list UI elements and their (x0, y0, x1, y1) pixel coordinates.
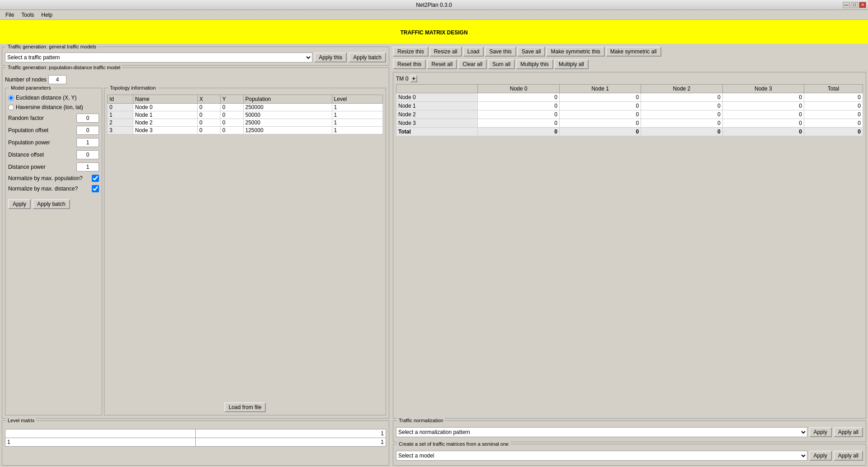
clear-all-button[interactable]: Clear all (458, 59, 487, 69)
random-factor-input[interactable] (76, 114, 99, 123)
seminal-model-select[interactable]: Select a model (396, 451, 807, 461)
table-row: Node 000000 (396, 93, 863, 102)
topology-title: Topology information (108, 85, 158, 91)
make-sym-this-button[interactable]: Make symmetric this (546, 47, 604, 57)
num-nodes-input[interactable] (48, 75, 66, 84)
right-panel: Resize this Resize all Load Save this Sa… (391, 45, 868, 467)
pop-offset-label: Population offset (8, 127, 48, 133)
btn-row-1: Resize this Resize all Load Save this Sa… (393, 47, 866, 57)
resize-all-button[interactable]: Resize all (429, 47, 462, 57)
level-cell-11: 1 (196, 438, 386, 446)
multiply-all-button[interactable]: Multiply all (554, 59, 589, 69)
norm-pop-checkbox[interactable] (92, 175, 99, 182)
norm-apply-all-button[interactable]: Apply all (834, 427, 863, 437)
euclidean-row: Euclidean distance (X, Y) (8, 95, 99, 101)
random-factor-row: Random factor (8, 114, 99, 123)
norm-dist-checkbox[interactable] (92, 185, 99, 192)
seminal-group: Create a set of traffic matrices from a … (393, 444, 866, 466)
seminal-apply-all-button[interactable]: Apply all (834, 451, 863, 461)
pop-offset-input[interactable] (76, 126, 99, 135)
close-button[interactable]: ✕ (859, 2, 866, 8)
topology-table-container: Id Name X Y Population Level 0Node 00025… (107, 95, 383, 400)
norm-pop-row: Normalize by max. population? (8, 175, 99, 182)
load-from-file-button[interactable]: Load from file (224, 402, 266, 412)
level-cell-01: 1 (196, 429, 386, 438)
menu-help[interactable]: Help (38, 11, 56, 19)
multiply-this-button[interactable]: Multiply this (516, 59, 553, 69)
topology-body: 0Node 00025000011Node 1005000012Node 200… (108, 104, 383, 134)
topo-col-level: Level (332, 95, 382, 104)
tm-col-total: Total (804, 85, 863, 93)
tm-col-node3: Node 3 (722, 85, 804, 93)
menu-file[interactable]: File (2, 11, 18, 19)
topology-group: Topology information Id Name X Y Populat… (104, 88, 386, 415)
num-nodes-label: Number of nodes (5, 76, 47, 83)
load-file-row: Load from file (107, 402, 383, 412)
maximize-button[interactable]: □ (851, 2, 858, 8)
topo-col-pop: Population (243, 95, 332, 104)
num-nodes-row: Number of nodes (5, 75, 386, 84)
norm-pattern-select[interactable]: Select a normalization pattern (396, 427, 807, 437)
model-apply-batch-button[interactable]: Apply batch (33, 199, 70, 209)
euclidean-radio[interactable] (8, 95, 14, 101)
reset-this-button[interactable]: Reset this (393, 59, 426, 69)
model-apply-button[interactable]: Apply (8, 199, 31, 209)
pop-dist-inner: Model parameters Euclidean distance (X, … (5, 88, 386, 415)
norm-dist-label: Normalize by max. distance? (8, 186, 78, 192)
traffic-norm-group: Traffic normalization Select a normaliza… (393, 420, 866, 442)
dist-power-label: Distance power (8, 164, 46, 170)
tm-col-node2: Node 2 (641, 85, 722, 93)
norm-apply-button[interactable]: Apply (809, 427, 832, 437)
tm-col-node1: Node 1 (559, 85, 641, 93)
model-params-title: Model parameters (9, 85, 53, 91)
seminal-row: Select a model Apply Apply all (396, 451, 863, 461)
tm-group: TM 0 + Node 0 Node 1 Node 2 Node 3 Total… (393, 72, 866, 419)
tm-add-button[interactable]: + (410, 75, 417, 82)
traffic-gen-group: Traffic generation: general traffic mode… (2, 47, 389, 66)
norm-pop-label: Normalize by max. population? (8, 175, 83, 181)
table-row: Node 100000 (396, 102, 863, 110)
pop-power-input[interactable] (76, 138, 99, 147)
seminal-apply-button[interactable]: Apply (809, 451, 832, 461)
apply-batch-button[interactable]: Apply batch (349, 52, 386, 62)
page-title: TRAFFIC MATRIX DESIGN (400, 29, 467, 36)
dist-offset-input[interactable] (76, 150, 99, 159)
save-all-button[interactable]: Save all (517, 47, 546, 57)
tm-col-node0: Node 0 (478, 85, 559, 93)
tm-col-label (396, 85, 478, 93)
reset-all-button[interactable]: Reset all (427, 59, 457, 69)
seminal-title: Create a set of traffic matrices from a … (397, 441, 510, 447)
level-matrix-grid: 1 1 1 (5, 429, 386, 447)
level-matrix-group: Level matrix 1 1 1 (2, 420, 389, 466)
level-cell-00 (5, 429, 195, 438)
model-params-group: Model parameters Euclidean distance (X, … (5, 88, 102, 415)
left-panel: Traffic generation: general traffic mode… (0, 45, 391, 467)
traffic-matrix-table: Node 0 Node 1 Node 2 Node 3 Total Node 0… (396, 84, 863, 136)
traffic-pattern-select[interactable]: Select a traffic pattern (5, 52, 312, 62)
haversine-radio[interactable] (8, 105, 14, 110)
table-row: 0Node 0002500001 (108, 104, 383, 111)
make-sym-all-button[interactable]: Make symmetric all (606, 47, 661, 57)
save-this-button[interactable]: Save this (485, 47, 516, 57)
dist-power-input[interactable] (76, 162, 99, 172)
pop-dist-group: Traffic generation: population-distance … (2, 67, 389, 419)
minimize-button[interactable]: — (843, 2, 850, 8)
menu-tools[interactable]: Tools (18, 11, 38, 19)
haversine-label: Haversine distance (lon, lat) (16, 104, 83, 110)
model-apply-row: Apply Apply batch (8, 199, 99, 209)
haversine-row: Haversine distance (lon, lat) (8, 104, 99, 110)
resize-this-button[interactable]: Resize this (393, 47, 429, 57)
pop-offset-row: Population offset (8, 126, 99, 135)
pop-power-label: Population power (8, 139, 50, 146)
btn-row-2: Reset this Reset all Clear all Sum all M… (393, 59, 866, 69)
table-row: 3Node 3001250001 (108, 127, 383, 134)
table-row: 1Node 100500001 (108, 111, 383, 119)
traffic-norm-row: Select a normalization pattern Apply App… (396, 427, 863, 437)
table-row: Node 200000 (396, 110, 863, 119)
sum-all-button[interactable]: Sum all (488, 59, 515, 69)
apply-this-button[interactable]: Apply this (314, 52, 347, 62)
load-button[interactable]: Load (463, 47, 484, 57)
traffic-norm-title: Traffic normalization (397, 418, 445, 423)
table-row: Total00000 (396, 128, 863, 136)
topo-col-name: Name (133, 95, 197, 104)
